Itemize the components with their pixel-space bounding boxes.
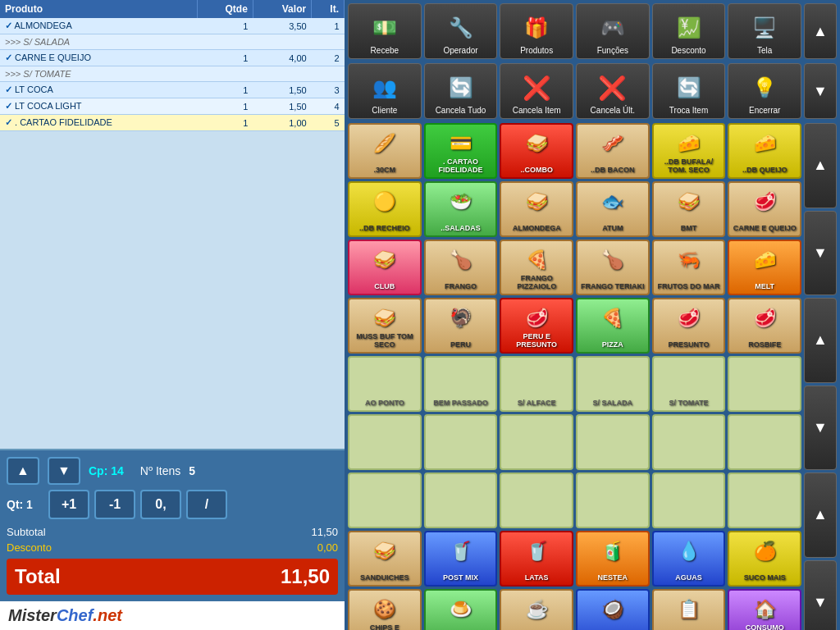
menu-item-chips-cookies[interactable]: 🍪 CHIPS E COOKIES xyxy=(348,589,422,630)
menu-item-empty4[interactable] xyxy=(500,414,573,470)
menu-item-empty8[interactable] xyxy=(348,472,422,528)
toolbar-troca-item-button[interactable]: 🔄Troca Item xyxy=(652,63,726,119)
menu-item-empty12[interactable] xyxy=(652,472,726,528)
menu-item-sobremesa[interactable]: 🍮 SOBREMESA xyxy=(424,589,498,630)
menu-item-nestea[interactable]: 🧃 NESTEA xyxy=(576,531,650,587)
latas-label: LATAS xyxy=(503,573,570,583)
toolbar-recebe-button[interactable]: 💵Recebe xyxy=(348,3,422,59)
menu-item-sanduiches[interactable]: 🥪 SANDUICHES xyxy=(348,531,422,587)
menu-item-cartao[interactable]: 💳 . CARTAO FIDELIDADE xyxy=(424,123,498,179)
menu-item-peru-presunto[interactable]: 🥩 PERU E PRESUNTO xyxy=(500,298,573,354)
menu-item-empty5[interactable] xyxy=(576,414,650,470)
toolbar-desconto-button[interactable]: 💹Desconto xyxy=(652,3,726,59)
menu-item-s-salada[interactable]: S/ SALADA xyxy=(576,356,650,412)
menu-item-atum[interactable]: 🐟 ATUM xyxy=(576,181,650,237)
menu-nav-down-2[interactable]: ▼ xyxy=(804,386,837,471)
menu-item-cafes[interactable]: ☕ CAFES xyxy=(500,589,573,630)
menu-item-presunto[interactable]: 🥩 PRESUNTO xyxy=(652,298,726,354)
menu-item-almondega[interactable]: 🥪 ALMONDEGA xyxy=(500,181,573,237)
menu-nav-down-1[interactable]: ▼ xyxy=(804,211,837,296)
menu-item-db-recheio[interactable]: 🟡 ..DB RECHEIO xyxy=(348,181,422,237)
toolbar-tela-button[interactable]: 🖥️Tela xyxy=(728,3,801,59)
menu-item-rosbife[interactable]: 🥩 ROSBIFE xyxy=(728,298,801,354)
menu-item-s-tomate[interactable]: S/ TOMATE xyxy=(652,356,726,412)
menu-item-agua-coco[interactable]: 🥥 AGUA COCO xyxy=(576,589,650,630)
aguas-icon: 💧 xyxy=(654,532,724,570)
menu-item-empty7[interactable] xyxy=(728,414,801,470)
menu-item-30cm[interactable]: 🥖 .30CM xyxy=(348,123,422,179)
menu-item-frutos-mar[interactable]: 🦐 FRUTOS DO MAR xyxy=(652,240,726,295)
scroll-up-button[interactable]: ▲ xyxy=(7,457,39,485)
menu-item-carne-queijo[interactable]: 🥩 CARNE E QUEIJO xyxy=(728,181,801,237)
menu-nav-up-1[interactable]: ▲ xyxy=(804,123,837,208)
menu-nav-down-3[interactable]: ▼ xyxy=(804,560,837,631)
menu-item-empty11[interactable] xyxy=(576,472,650,528)
aguas-label: AGUAS xyxy=(655,573,723,583)
menu-item-frango-teriaki[interactable]: 🍗 FRANGO TERIAKI xyxy=(576,240,650,295)
menu-item-consumo-interno[interactable]: 🏠 CONSUMO INTERNO xyxy=(728,589,801,630)
menu-item-latas[interactable]: 🥤 LATAS xyxy=(500,531,573,587)
menu-item-empty13[interactable] xyxy=(728,472,801,528)
menu-item-empty9[interactable] xyxy=(424,472,498,528)
club-label: CLUB xyxy=(351,282,418,292)
menu-item-suco-mais[interactable]: 🍊 SUCO MAIS xyxy=(728,531,801,587)
menu-item-combo[interactable]: 🥪 ..COMBO xyxy=(500,123,573,179)
menu-item-muss-buf[interactable]: 🥪 MUSS BUF TOM SECO xyxy=(348,298,422,354)
pizza-icon: 🍕 xyxy=(578,299,648,337)
bem-passado-label: BEM PASSADO xyxy=(427,399,495,409)
product-cell: ✓ . CARTAO FIDELIDADE xyxy=(0,115,197,131)
empty7-label xyxy=(731,465,798,467)
menu-item-bem-passado[interactable]: BEM PASSADO xyxy=(424,356,498,412)
qty-minus-button[interactable]: -1 xyxy=(94,490,135,519)
menu-item-frango[interactable]: 🍗 FRANGO xyxy=(424,240,498,295)
qty-slash-button[interactable]: / xyxy=(186,490,227,519)
menu-item-s-alface[interactable]: S/ ALFACE xyxy=(500,356,573,412)
menu-item-empty3[interactable] xyxy=(424,414,498,470)
menu-item-empty1[interactable] xyxy=(728,356,801,412)
toolbar-produtos-button[interactable]: 🎁Produtos xyxy=(500,3,573,59)
table-row[interactable]: ✓ LT COCA LIGHT 1 1,50 4 xyxy=(0,98,345,115)
toolbar-encerrar-button[interactable]: 💡Encerrar xyxy=(728,63,801,119)
menu-item-empty2[interactable] xyxy=(348,414,422,470)
menu-nav-up-2[interactable]: ▲ xyxy=(804,298,837,383)
menu-item-db-queijo[interactable]: 🧀 ..DB QUEIJO xyxy=(728,123,801,179)
table-row[interactable]: ✓ . CARTAO FIDELIDADE 1 1,00 5 xyxy=(0,115,345,131)
toolbar2-nav-down[interactable]: ▼ xyxy=(804,63,837,119)
menu-item-post-mix[interactable]: 🥤 POST MIX xyxy=(424,531,498,587)
scroll-down-button[interactable]: ▼ xyxy=(48,457,80,485)
menu-item-bmt[interactable]: 🥪 BMT xyxy=(652,181,726,237)
recebe-icon: 💵 xyxy=(368,11,401,44)
toolbar1-nav-up[interactable]: ▲ xyxy=(804,3,837,59)
menu-item-aguas[interactable]: 💧 AGUAS xyxy=(652,531,726,587)
toolbar-cancela-tudo-button[interactable]: 🔄Cancela Tudo xyxy=(424,63,498,119)
table-row[interactable]: ✓ ALMONDEGA 1 3,50 1 xyxy=(0,18,345,34)
toolbar-operador-button[interactable]: 🔧Operador xyxy=(424,3,498,59)
menu-item-perdas[interactable]: 📋 PERDAS xyxy=(652,589,726,630)
menu-item-empty10[interactable] xyxy=(500,472,573,528)
menu-item-db-bufala[interactable]: 🧀 ..DB BUFALA/ TOM. SECO xyxy=(652,123,726,179)
menu-item-melt[interactable]: 🧀 MELT xyxy=(728,240,801,295)
qty-plus-button[interactable]: +1 xyxy=(48,490,89,519)
almondega-label: ALMONDEGA xyxy=(503,224,570,234)
menu-nav: ▲ ▼ ▲ ▼ ▲ ▼ xyxy=(804,123,837,630)
empty7-icon xyxy=(729,416,800,454)
menu-item-db-bacon[interactable]: 🥓 ..DB BACON xyxy=(576,123,650,179)
menu-item-pizza[interactable]: 🍕 PIZZA xyxy=(576,298,650,354)
table-row[interactable]: ✓ LT COCA 1 1,50 3 xyxy=(0,82,345,98)
menu-nav-up-3[interactable]: ▲ xyxy=(804,472,837,558)
toolbar-funcoes-button[interactable]: 🎮Funções xyxy=(576,3,650,59)
melt-icon: 🧀 xyxy=(729,241,800,279)
menu-item-peru[interactable]: 🦃 PERU xyxy=(424,298,498,354)
menu-item-saladas[interactable]: 🥗 ..SALADAS xyxy=(424,181,498,237)
menu-item-club[interactable]: 🥪 CLUB xyxy=(348,240,422,295)
menu-item-ao-ponto[interactable]: AO PONTO xyxy=(348,356,422,412)
menu-item-frango-pizzaiolo[interactable]: 🍕 FRANGO PIZZAIOLO xyxy=(500,240,573,295)
toolbar-cancela-item-button[interactable]: ❌Cancela Item xyxy=(500,63,573,119)
table-row[interactable]: ✓ CARNE E QUEIJO 1 4,00 2 xyxy=(0,50,345,66)
menu-item-empty6[interactable] xyxy=(652,414,726,470)
funcoes-icon: 🎮 xyxy=(596,11,629,44)
toolbar-cliente-button[interactable]: 👥Cliente xyxy=(348,63,422,119)
toolbar-cancela-ult-button[interactable]: ❌Cancela Últ. xyxy=(576,63,650,119)
empty5-label xyxy=(579,465,646,467)
qty-zero-button[interactable]: 0, xyxy=(140,490,181,519)
